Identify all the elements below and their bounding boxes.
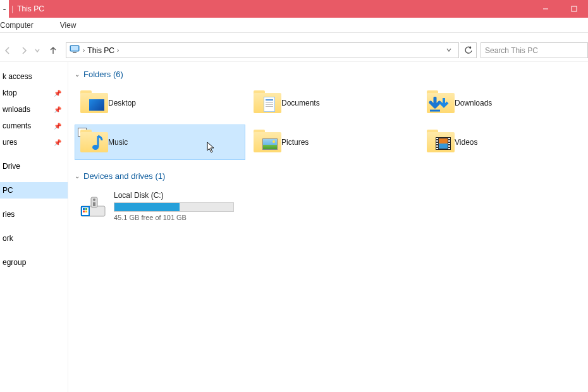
- divider-icon: |: [11, 4, 13, 13]
- documents-folder-icon: [254, 90, 281, 116]
- sidebar-item-label: ures: [3, 138, 17, 147]
- drive-usage-bar: [114, 202, 234, 212]
- search-input[interactable]: Search This PC: [481, 42, 588, 58]
- minimize-button[interactable]: [531, 0, 560, 18]
- cursor-icon: [207, 142, 216, 155]
- search-placeholder: Search This PC: [485, 46, 538, 55]
- folder-label: Downloads: [455, 99, 492, 107]
- folder-label: Documents: [281, 99, 320, 107]
- maximize-button[interactable]: [560, 0, 588, 18]
- folder-videos[interactable]: Videos: [421, 125, 588, 160]
- svg-point-5: [92, 145, 99, 150]
- sidebar-item-documents[interactable]: cuments 📌: [0, 118, 68, 134]
- sidebar-item-libraries[interactable]: ries: [0, 206, 68, 223]
- address-dropdown-icon[interactable]: [442, 46, 456, 55]
- svg-rect-3: [71, 46, 78, 51]
- chevron-down-icon: ⌄: [75, 71, 80, 78]
- window-title: This PC: [17, 4, 44, 13]
- downloads-folder-icon: [427, 90, 455, 116]
- desktop-folder-icon: [80, 90, 108, 116]
- chevron-right-icon[interactable]: ›: [83, 47, 85, 54]
- title-bar: ‑ | This PC: [0, 0, 588, 18]
- navigation-pane: k access ktop 📌 wnloads 📌 cuments 📌 ures…: [0, 62, 68, 392]
- videos-folder-icon: [427, 130, 455, 155]
- sidebar-item-label: cuments: [3, 121, 31, 130]
- svg-rect-15: [93, 202, 95, 206]
- svg-rect-11: [83, 211, 85, 212]
- section-title: Folders (6): [83, 70, 123, 79]
- folder-documents[interactable]: Documents: [248, 85, 419, 121]
- svg-rect-12: [85, 211, 87, 212]
- sidebar-item-label: k access: [3, 72, 32, 81]
- forward-button[interactable]: [16, 43, 32, 58]
- chevron-right-icon[interactable]: ›: [117, 47, 119, 54]
- music-folder-icon: [80, 130, 108, 155]
- sidebar-item-label: ries: [3, 210, 15, 219]
- folder-label: Music: [108, 138, 128, 147]
- folder-label: Pictures: [281, 138, 309, 147]
- sidebar-item-label: egroup: [3, 258, 26, 267]
- sidebar-item-downloads[interactable]: wnloads 📌: [0, 101, 68, 118]
- pin-icon: 📌: [54, 106, 61, 113]
- svg-rect-4: [73, 52, 77, 53]
- sidebar-item-homegroup[interactable]: egroup: [0, 254, 68, 271]
- address-bar[interactable]: › This PC ›: [66, 42, 459, 58]
- drives-section-header[interactable]: ⌄ Devices and drives (1): [75, 171, 582, 181]
- tab-view[interactable]: View: [60, 18, 85, 32]
- sidebar-item-label: wnloads: [3, 105, 30, 114]
- sidebar-item-label: ork: [3, 234, 13, 243]
- back-button[interactable]: [0, 43, 15, 58]
- sidebar-item-label: ktop: [3, 89, 17, 97]
- folder-label: Videos: [455, 138, 477, 147]
- breadcrumb-current[interactable]: This PC: [87, 46, 114, 55]
- svg-rect-1: [572, 6, 577, 11]
- drive-local-disk-c[interactable]: Local Disk (C:) 45.1 GB free of 101 GB: [75, 187, 252, 225]
- svg-rect-9: [83, 208, 85, 210]
- up-button[interactable]: [46, 43, 61, 58]
- pin-icon: 📌: [54, 139, 61, 146]
- sidebar-item-label: Drive: [3, 162, 20, 171]
- folder-label: Desktop: [108, 99, 136, 107]
- folder-music[interactable]: Music: [75, 125, 245, 160]
- sidebar-item-quick-access[interactable]: k access: [0, 68, 68, 85]
- drive-free-text: 45.1 GB free of 101 GB: [114, 214, 248, 221]
- pin-icon: 📌: [54, 90, 61, 97]
- sidebar-item-this-pc[interactable]: PC: [0, 182, 68, 199]
- drive-name: Local Disk (C:): [114, 191, 248, 200]
- sidebar-item-desktop[interactable]: ktop 📌: [0, 85, 68, 101]
- recent-dropdown[interactable]: [33, 43, 42, 58]
- sidebar-item-network[interactable]: ork: [0, 230, 68, 247]
- section-title: Devices and drives (1): [83, 171, 165, 181]
- folder-downloads[interactable]: Downloads: [421, 85, 588, 121]
- sidebar-item-label: PC: [3, 186, 13, 195]
- content-pane: ⌄ Folders (6) Desktop: [68, 62, 588, 392]
- this-pc-icon: [69, 44, 80, 57]
- pin-icon: 📌: [54, 123, 61, 130]
- folder-pictures[interactable]: Pictures: [248, 125, 419, 160]
- svg-point-14: [93, 199, 95, 201]
- sidebar-item-pictures[interactable]: ures 📌: [0, 134, 68, 150]
- folder-desktop[interactable]: Desktop: [75, 85, 245, 121]
- sidebar-item-onedrive[interactable]: Drive: [0, 158, 68, 175]
- chevron-down-icon: ⌄: [75, 173, 80, 180]
- system-menu-icon[interactable]: ‑: [0, 0, 9, 18]
- svg-rect-10: [85, 208, 87, 210]
- refresh-button[interactable]: [460, 42, 477, 58]
- pictures-folder-icon: [254, 130, 281, 155]
- ribbon-tabs: Computer View: [0, 18, 588, 33]
- drive-icon: [78, 191, 107, 220]
- tab-computer[interactable]: Computer: [0, 18, 42, 32]
- navigation-row: › This PC › Search This PC: [0, 39, 588, 62]
- folders-section-header[interactable]: ⌄ Folders (6): [75, 70, 582, 79]
